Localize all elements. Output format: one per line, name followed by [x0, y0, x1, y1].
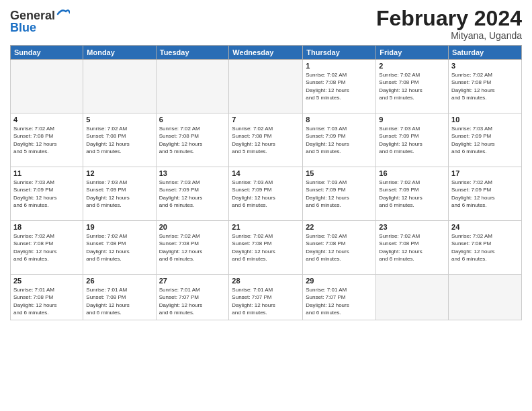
- calendar-cell: 9Sunrise: 7:03 AM Sunset: 7:09 PM Daylig…: [376, 113, 449, 167]
- calendar-cell: 6Sunrise: 7:02 AM Sunset: 7:08 PM Daylig…: [156, 113, 229, 167]
- header: General Blue February 2024 Mityana, Ugan…: [10, 7, 522, 41]
- day-number: 6: [159, 116, 226, 124]
- calendar-cell: [376, 275, 449, 320]
- day-number: 21: [232, 223, 300, 231]
- week-row-4: 25Sunrise: 7:01 AM Sunset: 7:08 PM Dayli…: [11, 275, 522, 320]
- calendar-cell: 18Sunrise: 7:02 AM Sunset: 7:08 PM Dayli…: [11, 221, 83, 275]
- weekday-header-row: SundayMondayTuesdayWednesdayThursdayFrid…: [11, 46, 522, 60]
- day-number: 16: [379, 169, 445, 177]
- day-info: Sunrise: 7:02 AM Sunset: 7:09 PM Dayligh…: [379, 179, 445, 209]
- day-info: Sunrise: 7:03 AM Sunset: 7:09 PM Dayligh…: [306, 179, 373, 209]
- day-number: 28: [232, 277, 300, 285]
- weekday-header-wednesday: Wednesday: [229, 46, 303, 60]
- day-info: Sunrise: 7:02 AM Sunset: 7:08 PM Dayligh…: [451, 71, 519, 101]
- day-number: 4: [13, 116, 80, 124]
- logo-general-text: General: [10, 9, 55, 21]
- calendar-cell: 20Sunrise: 7:02 AM Sunset: 7:08 PM Dayli…: [156, 221, 229, 275]
- day-info: Sunrise: 7:02 AM Sunset: 7:08 PM Dayligh…: [306, 232, 373, 263]
- weekday-header-tuesday: Tuesday: [156, 46, 229, 60]
- day-number: 2: [379, 62, 445, 70]
- calendar-cell: 2Sunrise: 7:02 AM Sunset: 7:08 PM Daylig…: [376, 60, 449, 113]
- day-info: Sunrise: 7:01 AM Sunset: 7:08 PM Dayligh…: [86, 286, 152, 316]
- page: General Blue February 2024 Mityana, Ugan…: [0, 0, 532, 411]
- calendar-cell: [83, 60, 156, 113]
- day-number: 14: [232, 169, 300, 177]
- calendar-cell: 16Sunrise: 7:02 AM Sunset: 7:09 PM Dayli…: [376, 167, 449, 221]
- calendar-cell: 11Sunrise: 7:03 AM Sunset: 7:09 PM Dayli…: [11, 167, 83, 221]
- calendar-cell: [449, 275, 522, 320]
- day-number: 20: [159, 223, 226, 231]
- main-title: February 2024: [376, 7, 522, 30]
- day-number: 10: [451, 116, 519, 124]
- day-info: Sunrise: 7:01 AM Sunset: 7:07 PM Dayligh…: [159, 286, 226, 316]
- calendar-cell: 12Sunrise: 7:03 AM Sunset: 7:09 PM Dayli…: [83, 167, 156, 221]
- calendar-cell: 28Sunrise: 7:01 AM Sunset: 7:07 PM Dayli…: [229, 275, 303, 320]
- calendar-cell: 14Sunrise: 7:03 AM Sunset: 7:09 PM Dayli…: [229, 167, 303, 221]
- day-info: Sunrise: 7:02 AM Sunset: 7:08 PM Dayligh…: [232, 232, 300, 263]
- weekday-header-sunday: Sunday: [11, 46, 83, 60]
- calendar-cell: 5Sunrise: 7:02 AM Sunset: 7:08 PM Daylig…: [83, 113, 156, 167]
- calendar-cell: 10Sunrise: 7:03 AM Sunset: 7:09 PM Dayli…: [449, 113, 522, 167]
- day-info: Sunrise: 7:01 AM Sunset: 7:07 PM Dayligh…: [306, 286, 373, 316]
- day-number: 24: [451, 223, 519, 231]
- day-info: Sunrise: 7:03 AM Sunset: 7:09 PM Dayligh…: [86, 179, 152, 209]
- day-info: Sunrise: 7:02 AM Sunset: 7:08 PM Dayligh…: [13, 125, 80, 155]
- day-info: Sunrise: 7:02 AM Sunset: 7:09 PM Dayligh…: [451, 179, 519, 209]
- calendar-cell: 15Sunrise: 7:03 AM Sunset: 7:09 PM Dayli…: [303, 167, 376, 221]
- day-number: 9: [379, 116, 445, 124]
- title-block: February 2024 Mityana, Uganda: [376, 7, 522, 41]
- day-number: 13: [159, 169, 226, 177]
- day-info: Sunrise: 7:03 AM Sunset: 7:09 PM Dayligh…: [159, 179, 226, 209]
- day-number: 26: [86, 277, 152, 285]
- week-row-0: 1Sunrise: 7:02 AM Sunset: 7:08 PM Daylig…: [11, 60, 522, 113]
- calendar-cell: 13Sunrise: 7:03 AM Sunset: 7:09 PM Dayli…: [156, 167, 229, 221]
- week-row-1: 4Sunrise: 7:02 AM Sunset: 7:08 PM Daylig…: [11, 113, 522, 167]
- day-info: Sunrise: 7:03 AM Sunset: 7:09 PM Dayligh…: [13, 179, 80, 209]
- calendar-cell: 25Sunrise: 7:01 AM Sunset: 7:08 PM Dayli…: [11, 275, 83, 320]
- calendar-cell: 26Sunrise: 7:01 AM Sunset: 7:08 PM Dayli…: [83, 275, 156, 320]
- calendar-cell: 23Sunrise: 7:02 AM Sunset: 7:08 PM Dayli…: [376, 221, 449, 275]
- weekday-header-friday: Friday: [376, 46, 449, 60]
- day-number: 8: [306, 116, 373, 124]
- calendar-cell: 3Sunrise: 7:02 AM Sunset: 7:08 PM Daylig…: [449, 60, 522, 113]
- calendar-cell: 7Sunrise: 7:02 AM Sunset: 7:08 PM Daylig…: [229, 113, 303, 167]
- calendar-cell: 29Sunrise: 7:01 AM Sunset: 7:07 PM Dayli…: [303, 275, 376, 320]
- day-info: Sunrise: 7:01 AM Sunset: 7:07 PM Dayligh…: [232, 286, 300, 316]
- day-info: Sunrise: 7:02 AM Sunset: 7:08 PM Dayligh…: [379, 71, 445, 101]
- calendar-cell: 4Sunrise: 7:02 AM Sunset: 7:08 PM Daylig…: [11, 113, 83, 167]
- day-number: 1: [306, 62, 373, 70]
- week-row-3: 18Sunrise: 7:02 AM Sunset: 7:08 PM Dayli…: [11, 221, 522, 275]
- day-info: Sunrise: 7:01 AM Sunset: 7:08 PM Dayligh…: [13, 286, 80, 316]
- day-number: 29: [306, 277, 373, 285]
- calendar-cell: [229, 60, 303, 113]
- logo-blue-text: Blue: [10, 21, 36, 34]
- day-info: Sunrise: 7:02 AM Sunset: 7:08 PM Dayligh…: [379, 232, 445, 263]
- calendar-cell: 1Sunrise: 7:02 AM Sunset: 7:08 PM Daylig…: [303, 60, 376, 113]
- subtitle: Mityana, Uganda: [376, 30, 522, 41]
- day-info: Sunrise: 7:03 AM Sunset: 7:09 PM Dayligh…: [232, 179, 300, 209]
- day-number: 15: [306, 169, 373, 177]
- weekday-header-thursday: Thursday: [303, 46, 376, 60]
- day-info: Sunrise: 7:02 AM Sunset: 7:08 PM Dayligh…: [86, 232, 152, 263]
- calendar: SundayMondayTuesdayWednesdayThursdayFrid…: [10, 45, 522, 320]
- week-row-2: 11Sunrise: 7:03 AM Sunset: 7:09 PM Dayli…: [11, 167, 522, 221]
- calendar-cell: 17Sunrise: 7:02 AM Sunset: 7:09 PM Dayli…: [449, 167, 522, 221]
- calendar-cell: [156, 60, 229, 113]
- day-info: Sunrise: 7:02 AM Sunset: 7:08 PM Dayligh…: [232, 125, 300, 155]
- day-number: 5: [86, 116, 152, 124]
- calendar-cell: 24Sunrise: 7:02 AM Sunset: 7:08 PM Dayli…: [449, 221, 522, 275]
- logo-icon: [56, 7, 70, 21]
- calendar-cell: 19Sunrise: 7:02 AM Sunset: 7:08 PM Dayli…: [83, 221, 156, 275]
- calendar-cell: 21Sunrise: 7:02 AM Sunset: 7:08 PM Dayli…: [229, 221, 303, 275]
- day-number: 19: [86, 223, 152, 231]
- day-number: 11: [13, 169, 80, 177]
- day-info: Sunrise: 7:02 AM Sunset: 7:08 PM Dayligh…: [159, 232, 226, 263]
- weekday-header-saturday: Saturday: [449, 46, 522, 60]
- day-info: Sunrise: 7:02 AM Sunset: 7:08 PM Dayligh…: [451, 232, 519, 263]
- day-number: 7: [232, 116, 300, 124]
- day-info: Sunrise: 7:02 AM Sunset: 7:08 PM Dayligh…: [159, 125, 226, 155]
- day-number: 18: [13, 223, 80, 231]
- day-number: 3: [451, 62, 519, 70]
- day-number: 17: [451, 169, 519, 177]
- weekday-header-monday: Monday: [83, 46, 156, 60]
